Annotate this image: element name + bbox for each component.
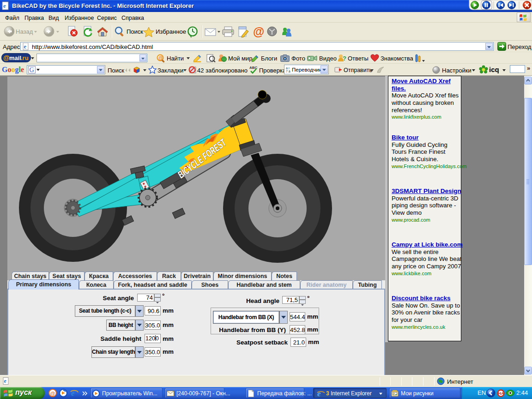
svg-text:Поиск: Поиск xyxy=(127,28,143,35)
svg-text:mail: mail xyxy=(9,54,21,61)
svg-text:Google: Google xyxy=(2,66,24,74)
svg-text:e: e xyxy=(4,378,7,384)
svg-text:Назад: Назад xyxy=(16,28,33,35)
svg-text:НА: НА xyxy=(498,391,504,396)
svg-text:.ru: .ru xyxy=(21,54,29,61)
svg-text:@: @ xyxy=(158,55,163,60)
svg-text:7 ä: 7 ä xyxy=(286,70,290,73)
svg-text:e: e xyxy=(3,2,6,9)
svg-text:e: e xyxy=(24,43,27,50)
svg-text:G: G xyxy=(30,66,34,73)
svg-text:@: @ xyxy=(50,391,55,396)
svg-text:@: @ xyxy=(3,54,10,61)
svg-text:@: @ xyxy=(253,25,264,38)
svg-text:?: ? xyxy=(343,55,346,62)
svg-text:Избранное: Избранное xyxy=(156,28,186,35)
svg-text:e: e xyxy=(317,389,321,398)
svg-text:a í: a í xyxy=(286,66,290,70)
